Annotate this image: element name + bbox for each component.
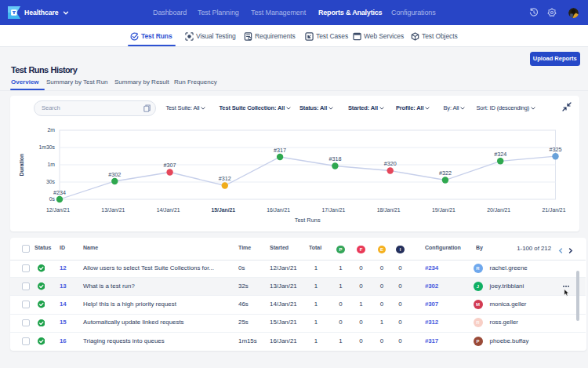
svg-text:0s: 0s	[49, 196, 56, 202]
svg-text:Duration: Duration	[19, 154, 24, 177]
svg-text:16/Jan/21: 16/Jan/21	[267, 207, 290, 213]
svg-text:30s: 30s	[46, 179, 56, 184]
svg-text:2m: 2m	[48, 127, 56, 133]
svg-text:#325: #325	[550, 146, 562, 153]
svg-text:Test Runs: Test Runs	[295, 217, 321, 224]
svg-text:#302: #302	[108, 171, 121, 178]
svg-text:#324: #324	[494, 151, 506, 158]
svg-text:#322: #322	[439, 169, 452, 177]
svg-text:14/Jan/21: 14/Jan/21	[157, 207, 180, 213]
svg-text:#317: #317	[274, 147, 286, 154]
svg-text:15/Jan/21: 15/Jan/21	[211, 207, 235, 213]
svg-text:#312: #312	[219, 175, 231, 182]
svg-text:#320: #320	[384, 160, 397, 167]
svg-text:1m: 1m	[48, 162, 56, 167]
svg-text:18/Jan/21: 18/Jan/21	[377, 207, 401, 213]
svg-text:19/Jan/21: 19/Jan/21	[432, 207, 456, 213]
svg-text:#318: #318	[328, 155, 341, 162]
svg-text:17/Jan/21: 17/Jan/21	[321, 207, 345, 213]
svg-text:12/Jan/21: 12/Jan/21	[46, 207, 70, 213]
svg-text:21/Jan/21: 21/Jan/21	[543, 207, 566, 213]
svg-text:#234: #234	[53, 189, 66, 196]
svg-text:20/Jan/21: 20/Jan/21	[487, 207, 510, 213]
svg-text:#307: #307	[164, 162, 176, 169]
svg-text:13/Jan/21: 13/Jan/21	[101, 207, 125, 213]
svg-text:1m30s: 1m30s	[39, 144, 56, 150]
